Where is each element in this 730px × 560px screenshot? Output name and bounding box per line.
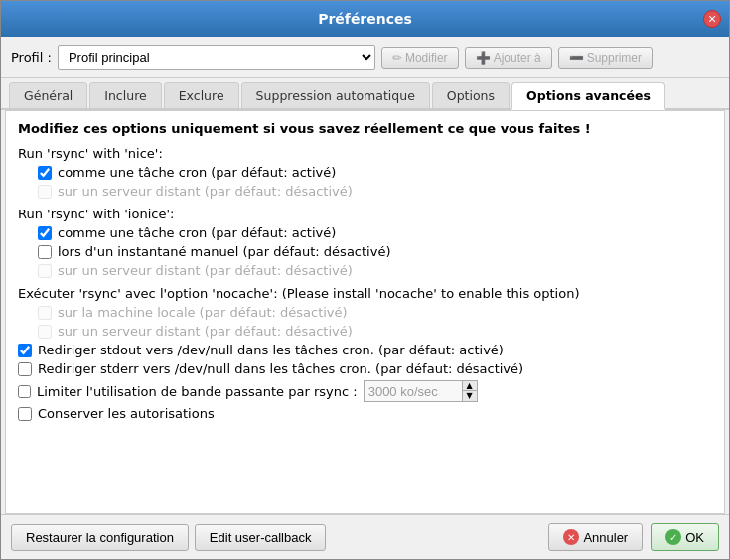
plus-icon: ➕ xyxy=(476,51,491,65)
tab-exclure[interactable]: Exclure xyxy=(164,82,239,108)
section-ionice-title: Run 'rsync' with 'ionice': xyxy=(18,207,712,221)
tab-options[interactable]: Options xyxy=(432,82,510,108)
annuler-button[interactable]: ✕ Annuler xyxy=(548,523,643,551)
nocache-local-label: sur la machine locale (par défaut: désac… xyxy=(58,305,348,320)
nocache-local-checkbox[interactable] xyxy=(38,306,52,320)
bandwidth-label: Limiter l'utilisation de bande passante … xyxy=(37,384,358,399)
nice-server-label: sur un serveur distant (par défaut: désa… xyxy=(58,184,353,199)
preferences-window: Préférences ✕ Profil : Profil principal … xyxy=(0,0,730,560)
cancel-icon: ✕ xyxy=(563,529,579,545)
ionice-cron-checkbox[interactable] xyxy=(38,226,52,240)
ok-button[interactable]: ✓ OK xyxy=(651,523,719,551)
tab-inclure[interactable]: Inclure xyxy=(89,82,161,108)
ionice-manual-label: lors d'un instantané manuel (par défaut:… xyxy=(58,244,390,259)
footer: Restaurer la configuration Edit user-cal… xyxy=(1,514,729,559)
nocache-server-row: sur un serveur distant (par défaut: désa… xyxy=(38,324,712,339)
nice-cron-label: comme une tâche cron (par défaut: activé… xyxy=(58,165,336,180)
modifier-button[interactable]: ✏ Modifier xyxy=(381,47,459,69)
section-nice-title: Run 'rsync' with 'nice': xyxy=(18,146,712,161)
conserver-row: Conserver les autorisations xyxy=(18,406,712,421)
nice-cron-checkbox[interactable] xyxy=(38,166,52,180)
ionice-manual-checkbox[interactable] xyxy=(38,245,52,259)
redirect-stderr-label: Rediriger stderr vers /dev/null dans les… xyxy=(38,361,523,376)
redirect-stderr-row: Rediriger stderr vers /dev/null dans les… xyxy=(18,361,712,376)
tab-bar: Général Inclure Exclure Suppression auto… xyxy=(1,78,729,110)
redirect-stderr-checkbox[interactable] xyxy=(18,362,32,376)
redirect-stdout-checkbox[interactable] xyxy=(18,344,32,357)
tab-general[interactable]: Général xyxy=(9,82,87,108)
profile-label: Profil : xyxy=(11,50,52,65)
profile-select[interactable]: Profil principal xyxy=(58,45,375,70)
nocache-server-checkbox[interactable] xyxy=(38,325,52,339)
minus-icon: ➖ xyxy=(569,51,584,65)
close-button[interactable]: ✕ xyxy=(703,10,721,28)
supprimer-button[interactable]: ➖ Supprimer xyxy=(558,47,653,69)
toolbar: Profil : Profil principal ✏ Modifier ➕ A… xyxy=(1,37,729,78)
footer-left: Restaurer la configuration Edit user-cal… xyxy=(11,524,326,551)
nocache-local-row: sur la machine locale (par défaut: désac… xyxy=(38,305,712,320)
ionice-cron-row: comme une tâche cron (par défaut: activé… xyxy=(38,225,712,240)
ionice-cron-label: comme une tâche cron (par défaut: activé… xyxy=(58,225,336,240)
bandwidth-input[interactable] xyxy=(364,380,463,402)
ok-icon: ✓ xyxy=(665,529,681,545)
pencil-icon: ✏ xyxy=(392,51,402,65)
redirect-stdout-row: Rediriger stdout vers /dev/null dans les… xyxy=(18,343,712,357)
conserver-checkbox[interactable] xyxy=(18,407,32,421)
restore-button[interactable]: Restaurer la configuration xyxy=(11,524,189,551)
nocache-server-label: sur un serveur distant (par défaut: désa… xyxy=(58,324,353,339)
warning-text: Modifiez ces options uniquement si vous … xyxy=(18,121,712,136)
ionice-manual-row: lors d'un instantané manuel (par défaut:… xyxy=(38,244,712,259)
callback-button[interactable]: Edit user-callback xyxy=(195,524,327,551)
conserver-label: Conserver les autorisations xyxy=(38,406,215,421)
ionice-server-row: sur un serveur distant (par défaut: désa… xyxy=(38,263,712,278)
spin-up-btn[interactable]: ▲ xyxy=(463,381,477,391)
ajouter-button[interactable]: ➕ Ajouter à xyxy=(465,47,552,69)
tab-suppression[interactable]: Suppression automatique xyxy=(241,82,430,108)
footer-right: ✕ Annuler ✓ OK xyxy=(548,523,719,551)
spin-down-btn[interactable]: ▼ xyxy=(463,391,477,401)
window-title: Préférences xyxy=(318,11,412,27)
redirect-stdout-label: Rediriger stdout vers /dev/null dans les… xyxy=(38,343,504,357)
nice-server-row: sur un serveur distant (par défaut: désa… xyxy=(38,184,712,199)
scroll-area[interactable]: Modifiez ces options uniquement si vous … xyxy=(6,111,724,513)
bandwidth-row: Limiter l'utilisation de bande passante … xyxy=(18,380,712,402)
ionice-server-checkbox[interactable] xyxy=(38,264,52,278)
section-nocache-title: Exécuter 'rsync' avec l'option 'nocache'… xyxy=(18,286,712,301)
nice-server-checkbox[interactable] xyxy=(38,185,52,199)
bandwidth-checkbox[interactable] xyxy=(18,385,31,398)
nice-cron-row: comme une tâche cron (par défaut: activé… xyxy=(38,165,712,180)
ionice-server-label: sur un serveur distant (par défaut: désa… xyxy=(58,263,353,278)
content-area: Modifiez ces options uniquement si vous … xyxy=(5,110,725,514)
bandwidth-spinner[interactable]: ▲ ▼ xyxy=(463,380,478,402)
tab-advanced[interactable]: Options avancées xyxy=(511,82,665,110)
titlebar: Préférences ✕ xyxy=(1,1,729,37)
